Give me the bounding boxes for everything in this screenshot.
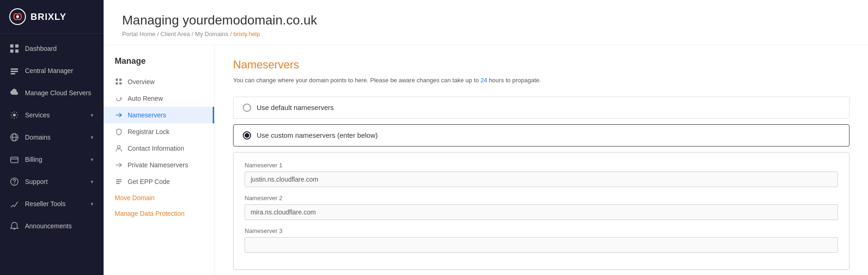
announcements-icon bbox=[9, 221, 19, 231]
logo: BRIXLY bbox=[0, 0, 104, 34]
custom-nameservers-option[interactable]: Use custom nameservers (enter below) bbox=[233, 124, 850, 147]
manage-item-registrar-lock[interactable]: Registrar Lock bbox=[104, 123, 214, 140]
svg-rect-5 bbox=[15, 49, 18, 53]
svg-rect-21 bbox=[116, 179, 122, 180]
manage-item-label: Auto Renew bbox=[128, 95, 163, 102]
svg-rect-18 bbox=[116, 82, 118, 85]
page-title: Managing yourdemodomain.co.uk bbox=[122, 13, 850, 28]
default-nameservers-option[interactable]: Use default nameservers bbox=[233, 97, 850, 119]
svg-rect-4 bbox=[10, 49, 13, 53]
svg-rect-17 bbox=[119, 79, 122, 81]
breadcrumb-my-domains[interactable]: My Domains bbox=[195, 31, 228, 37]
manage-link-move-domain[interactable]: Move Domain bbox=[104, 190, 214, 206]
sidebar-item-label: Central Manager bbox=[25, 67, 73, 74]
chevron-down-icon: ▼ bbox=[90, 179, 94, 184]
manage-item-label: Contact Information bbox=[128, 145, 184, 152]
svg-point-1 bbox=[16, 15, 19, 18]
nameserver3-label: Nameserver 3 bbox=[245, 227, 838, 234]
custom-nameservers-box: Nameserver 1 Nameserver 2 Nameserver 3 bbox=[233, 152, 850, 270]
private-ns-icon bbox=[115, 161, 123, 169]
svg-point-9 bbox=[13, 114, 16, 116]
nameservers-title: Nameservers bbox=[233, 58, 850, 71]
breadcrumb-portal-home[interactable]: Portal Home bbox=[122, 31, 155, 37]
user-icon bbox=[115, 144, 123, 153]
manage-item-label: Registrar Lock bbox=[128, 128, 169, 135]
manage-title: Manage bbox=[104, 56, 214, 73]
content-area: Manage Overview Auto Renew Nam bbox=[104, 45, 868, 275]
nameserver1-input[interactable] bbox=[245, 171, 838, 187]
nameservers-description: You can change where your domain points … bbox=[233, 76, 850, 86]
hours-link[interactable]: 24 bbox=[480, 77, 487, 84]
sidebar-item-label: Services bbox=[25, 111, 50, 119]
sidebar-item-label: Dashboard bbox=[25, 45, 57, 52]
svg-rect-2 bbox=[10, 44, 13, 48]
chevron-down-icon: ▼ bbox=[90, 135, 94, 140]
nameserver2-input[interactable] bbox=[245, 204, 838, 220]
breadcrumb-client-area[interactable]: Client Area bbox=[160, 31, 190, 37]
sidebar-item-reseller-tools[interactable]: Reseller Tools ▼ bbox=[0, 193, 104, 215]
svg-point-20 bbox=[117, 146, 120, 148]
manage-item-label: Nameservers bbox=[128, 111, 166, 119]
breadcrumb-current: brixly.help bbox=[234, 31, 260, 37]
default-nameservers-label: Use default nameservers bbox=[257, 104, 334, 111]
sidebar-item-dashboard[interactable]: Dashboard bbox=[0, 37, 104, 60]
custom-radio-button[interactable] bbox=[243, 131, 251, 140]
manage-item-nameservers[interactable]: Nameservers bbox=[104, 107, 214, 123]
manage-panel: Manage Overview Auto Renew Nam bbox=[104, 45, 215, 275]
sidebar-item-support[interactable]: Support ▼ bbox=[0, 171, 104, 193]
refresh-icon bbox=[115, 94, 123, 103]
sidebar-item-domains[interactable]: Domains ▼ bbox=[0, 126, 104, 148]
manage-item-overview[interactable]: Overview bbox=[104, 73, 214, 90]
sidebar-item-label: Domains bbox=[25, 134, 50, 141]
sidebar-item-manage-cloud-servers[interactable]: Manage Cloud Servers bbox=[0, 82, 104, 104]
manage-item-private-nameservers[interactable]: Private Nameservers bbox=[104, 157, 214, 173]
nameserver3-input[interactable] bbox=[245, 237, 838, 253]
sidebar-navigation: Dashboard Central Manager Manage Cloud S… bbox=[0, 34, 104, 275]
shield-icon bbox=[115, 128, 123, 136]
breadcrumb: Portal Home / Client Area / My Domains /… bbox=[122, 31, 850, 37]
svg-rect-16 bbox=[116, 79, 118, 81]
sidebar-item-label: Support bbox=[25, 178, 48, 185]
svg-rect-19 bbox=[119, 82, 122, 85]
default-radio-button[interactable] bbox=[243, 104, 251, 112]
nameserver2-field: Nameserver 2 bbox=[245, 195, 838, 220]
services-icon bbox=[9, 110, 19, 120]
sidebar-item-central-manager[interactable]: Central Manager bbox=[0, 60, 104, 82]
manage-item-label: Private Nameservers bbox=[128, 161, 188, 169]
list-icon bbox=[115, 177, 123, 186]
svg-rect-13 bbox=[11, 157, 18, 163]
page-header: Managing yourdemodomain.co.uk Portal Hom… bbox=[104, 0, 868, 45]
dashboard-icon bbox=[9, 43, 19, 54]
cloud-icon bbox=[9, 88, 19, 98]
manage-item-get-epp-code[interactable]: Get EPP Code bbox=[104, 173, 214, 190]
reseller-icon bbox=[9, 199, 19, 209]
sidebar-item-label: Reseller Tools bbox=[25, 200, 66, 208]
brixly-logo-icon bbox=[9, 8, 26, 25]
sidebar-item-label: Announcements bbox=[25, 222, 72, 230]
nameserver1-label: Nameserver 1 bbox=[245, 162, 838, 169]
sidebar-item-billing[interactable]: Billing ▼ bbox=[0, 148, 104, 171]
sidebar-item-announcements[interactable]: Announcements bbox=[0, 215, 104, 237]
logo-text: BRIXLY bbox=[31, 12, 67, 22]
nameservers-arrow-icon bbox=[115, 111, 123, 119]
svg-rect-7 bbox=[11, 71, 18, 72]
svg-rect-23 bbox=[116, 183, 120, 184]
custom-nameservers-label: Use custom nameservers (enter below) bbox=[257, 131, 378, 139]
sidebar-item-services[interactable]: Services ▼ bbox=[0, 104, 104, 126]
svg-rect-8 bbox=[11, 73, 15, 74]
nameservers-panel: Nameservers You can change where your do… bbox=[215, 45, 868, 275]
nameserver3-field: Nameserver 3 bbox=[245, 227, 838, 253]
chevron-down-icon: ▼ bbox=[90, 113, 94, 118]
manage-item-contact-information[interactable]: Contact Information bbox=[104, 140, 214, 157]
sidebar-item-label: Manage Cloud Servers bbox=[25, 89, 91, 97]
manage-link-manage-data-protection[interactable]: Manage Data Protection bbox=[104, 206, 214, 221]
support-icon bbox=[9, 177, 19, 187]
svg-point-15 bbox=[14, 183, 15, 184]
manage-item-label: Overview bbox=[128, 78, 154, 86]
nameserver1-field: Nameserver 1 bbox=[245, 162, 838, 187]
manage-item-auto-renew[interactable]: Auto Renew bbox=[104, 90, 214, 107]
chevron-down-icon: ▼ bbox=[90, 202, 94, 207]
chevron-down-icon: ▼ bbox=[90, 157, 94, 162]
billing-icon bbox=[9, 154, 19, 165]
svg-rect-3 bbox=[15, 44, 18, 48]
